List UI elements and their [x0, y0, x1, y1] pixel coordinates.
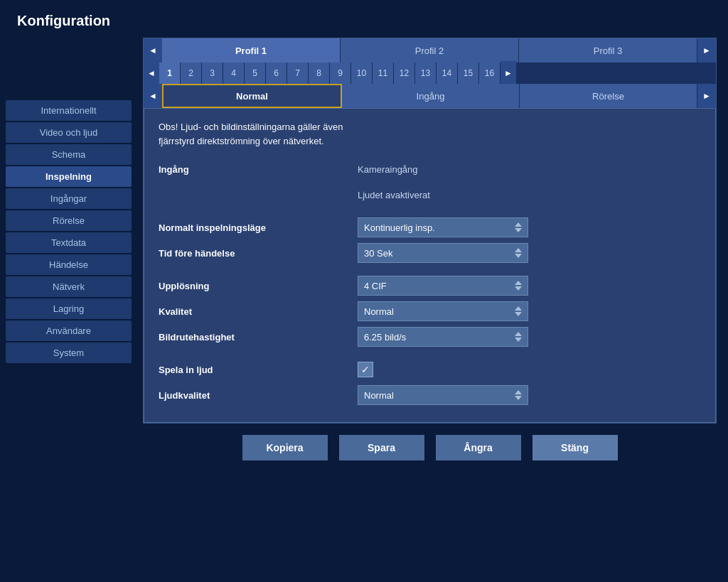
form-row-ingang: Ingång Kameraingång [159, 159, 701, 179]
profile-prev-arrow[interactable]: ◄ [144, 38, 162, 63]
channel-tab-15[interactable]: 15 [458, 63, 479, 84]
pre-event-label: Tid före händelse [159, 248, 358, 259]
channel-tab-8[interactable]: 8 [309, 63, 330, 84]
profile-next-arrow[interactable]: ► [697, 38, 716, 63]
sidebar-item-ingangar[interactable]: Ingångar [6, 188, 132, 209]
sub-next-arrow[interactable]: ► [697, 84, 716, 108]
sidebar-item-natverk[interactable]: Nätverk [6, 276, 132, 297]
arrow-down-icon [515, 254, 522, 258]
sidebar-item-internationellt[interactable]: Internationellt [6, 100, 132, 121]
quality-arrow [515, 306, 522, 316]
arrow-down-icon [515, 338, 522, 342]
bottom-bar: Kopiera Spara Ångra Stäng [143, 424, 717, 472]
sidebar-item-textdata[interactable]: Textdata [6, 232, 132, 253]
form-row-pre-event: Tid före händelse 30 Sek [159, 243, 701, 263]
copy-button[interactable]: Kopiera [242, 435, 328, 460]
channel-tabs: ◄ 1 2 3 4 5 6 7 8 9 10 11 12 13 14 15 16… [144, 63, 716, 84]
audio-quality-select[interactable]: Normal [358, 385, 528, 405]
form-row-normal-mode: Normalt inspelningsläge Kontinuerlig ins… [159, 217, 701, 237]
channel-tab-13[interactable]: 13 [415, 63, 437, 84]
arrow-up-icon [515, 281, 522, 285]
sidebar-item-system[interactable]: System [6, 343, 132, 363]
channel-tab-10[interactable]: 10 [351, 63, 373, 84]
pre-event-select[interactable]: 30 Sek [358, 243, 528, 263]
channel-tab-16[interactable]: 16 [479, 63, 500, 84]
arrow-down-icon [515, 396, 522, 400]
arrow-up-icon [515, 248, 522, 252]
notice-text: Obs! Ljud- och bildinställningarna gälle… [159, 120, 701, 148]
form-row-audio-quality: Ljudkvalitet Normal [159, 385, 701, 405]
close-button[interactable]: Stäng [532, 435, 618, 460]
audio-quality-label: Ljudkvalitet [159, 390, 358, 401]
form-row-framerate: Bildrutehastighet 6.25 bild/s [159, 327, 701, 347]
profile-tab-2[interactable]: Profil 2 [341, 38, 519, 63]
sub-prev-arrow[interactable]: ◄ [144, 84, 162, 108]
channel-tab-5[interactable]: 5 [245, 63, 266, 84]
save-button[interactable]: Spara [339, 435, 424, 460]
audio-record-checkbox[interactable] [358, 362, 373, 377]
sub-tabs: ◄ Normal Ingång Rörelse ► [144, 84, 716, 108]
normal-mode-select[interactable]: Kontinuerlig insp. [358, 217, 528, 237]
arrow-up-icon [515, 332, 522, 336]
sidebar-item-inspelning[interactable]: Inspelning [6, 166, 132, 187]
sidebar-item-lagring[interactable]: Lagring [6, 298, 132, 319]
sidebar: Internationellt Video och ljud Schema In… [0, 100, 132, 577]
form-row-resolution: Upplösning 4 CIF [159, 276, 701, 296]
channel-tab-12[interactable]: 12 [394, 63, 415, 84]
sidebar-item-handelse[interactable]: Händelse [6, 254, 132, 275]
profile-tab-3[interactable]: Profil 3 [519, 38, 697, 63]
channel-tab-11[interactable]: 11 [373, 63, 394, 84]
channel-tab-1[interactable]: 1 [159, 63, 181, 84]
arrow-down-icon [515, 312, 522, 316]
framerate-label: Bildrutehastighet [159, 332, 358, 343]
channel-prev-arrow[interactable]: ◄ [144, 61, 159, 85]
audio-quality-arrow [515, 390, 522, 400]
resolution-arrow [515, 281, 522, 291]
sidebar-item-video[interactable]: Video och ljud [6, 122, 132, 143]
ingang-value: Kameraingång [358, 164, 418, 175]
form-panel: Obs! Ljud- och bildinställningarna gälle… [144, 108, 716, 423]
framerate-select[interactable]: 6.25 bild/s [358, 327, 528, 347]
resolution-select[interactable]: 4 CIF [358, 276, 528, 296]
arrow-down-icon [515, 286, 522, 291]
sidebar-item-schema[interactable]: Schema [6, 144, 132, 165]
sub-tab-ingang[interactable]: Ingång [342, 84, 520, 108]
form-row-audio-disabled: Ljudet avaktiverat [159, 185, 701, 205]
undo-button[interactable]: Ångra [436, 435, 521, 460]
form-row-quality: Kvalitet Normal [159, 301, 701, 321]
sidebar-item-anvandare[interactable]: Användare [6, 320, 132, 341]
channel-tab-4[interactable]: 4 [223, 63, 245, 84]
quality-select[interactable]: Normal [358, 301, 528, 321]
arrow-up-icon [515, 222, 522, 227]
framerate-value: 6.25 bild/s [364, 332, 509, 343]
profile-tabs: ◄ Profil 1 Profil 2 Profil 3 ► [144, 38, 716, 63]
pre-event-value: 30 Sek [364, 248, 509, 259]
arrow-down-icon [515, 228, 522, 232]
form-row-audio-record: Spela in ljud [159, 360, 701, 379]
quality-label: Kvalitet [159, 306, 358, 317]
sidebar-item-rorelse[interactable]: Rörelse [6, 210, 132, 231]
channel-next-arrow[interactable]: ► [500, 61, 516, 85]
normal-mode-label: Normalt inspelningsläge [159, 222, 358, 233]
channel-tab-9[interactable]: 9 [330, 63, 351, 84]
resolution-value: 4 CIF [364, 281, 509, 291]
channel-tab-14[interactable]: 14 [437, 63, 458, 84]
normal-mode-value: Kontinuerlig insp. [364, 222, 509, 233]
profile-tab-1[interactable]: Profil 1 [162, 38, 341, 63]
channel-tab-7[interactable]: 7 [287, 63, 309, 84]
normal-mode-arrow [515, 222, 522, 232]
sub-tab-rorelse[interactable]: Rörelse [520, 84, 697, 108]
ingang-label: Ingång [159, 164, 358, 175]
quality-value: Normal [364, 306, 509, 317]
framerate-arrow [515, 332, 522, 342]
channel-tab-6[interactable]: 6 [266, 63, 287, 84]
channel-tab-3[interactable]: 3 [202, 63, 223, 84]
sub-tab-normal[interactable]: Normal [162, 84, 342, 108]
channel-tab-2[interactable]: 2 [181, 63, 202, 84]
audio-disabled-value: Ljudet avaktiverat [358, 190, 430, 200]
resolution-label: Upplösning [159, 281, 358, 291]
pre-event-arrow [515, 248, 522, 258]
arrow-up-icon [515, 390, 522, 394]
audio-quality-value: Normal [364, 390, 509, 401]
audio-record-label: Spela in ljud [159, 365, 358, 375]
